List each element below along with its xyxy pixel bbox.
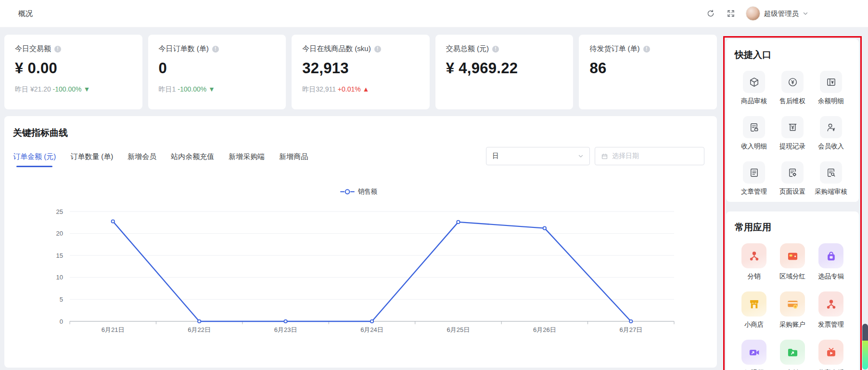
calendar-icon: [601, 153, 608, 160]
quick-entry-item[interactable]: 页面设置: [779, 161, 805, 196]
stat-yesterday: 昨日32,911 +0.01% ▲: [302, 85, 419, 94]
app-item[interactable]: 选品专辑: [818, 243, 844, 281]
svg-text:20: 20: [56, 230, 63, 237]
stat-value: ¥ 0.00: [15, 60, 132, 77]
metric-tabs: 订单金额 (元)订单数量 (单)新增会员站内余额充值新增采购端新增商品: [13, 152, 308, 167]
doc-search-icon: [820, 161, 842, 184]
svg-text:0: 0: [60, 318, 63, 325]
tab-新增会员[interactable]: 新增会员: [128, 152, 156, 167]
chevron-down-icon: [803, 11, 808, 16]
section-title-key-metrics: 关键指标曲线: [13, 127, 704, 139]
store-icon: [741, 291, 766, 317]
scrollbar-thumb-dark: [862, 324, 868, 341]
app-label: 选品专辑: [818, 272, 844, 281]
top-header: 概况 超级管理员: [0, 0, 868, 27]
section-title-common-apps: 常用应用: [735, 221, 850, 234]
app-label: 发票管理: [818, 320, 844, 329]
user-name: 超级管理员: [764, 9, 799, 18]
quick-entry-item[interactable]: 商品审核: [741, 71, 767, 106]
income-doc-lock-icon: [743, 116, 765, 138]
quick-entry-card: 快捷入口 商品审核售后维权余额明细收入明细提现记录会员收入文章管理页面设置采购端…: [726, 39, 859, 202]
stat-value: 32,913: [302, 60, 419, 77]
period-select[interactable]: 日: [486, 147, 590, 165]
info-icon[interactable]: !: [492, 46, 499, 53]
quick-entry-item[interactable]: 采购端审核: [815, 161, 847, 196]
app-label: 分销: [748, 272, 761, 281]
app-item[interactable]: 短视频: [741, 340, 766, 370]
quick-entry-label: 文章管理: [741, 187, 767, 196]
tab-新增采购端[interactable]: 新增采购端: [229, 152, 265, 167]
member-income-icon: [820, 116, 842, 138]
wallet-icon: [780, 243, 805, 268]
quick-entry-label: 收入明细: [741, 142, 767, 151]
date-picker[interactable]: 选择日期: [595, 147, 704, 165]
app-item[interactable]: 分销: [741, 243, 766, 281]
quick-entry-item[interactable]: 提现记录: [779, 116, 805, 151]
svg-text:5: 5: [60, 296, 63, 303]
quick-entry-label: 余额明细: [818, 97, 844, 106]
stat-change-up: +0.01% ▲: [338, 85, 370, 93]
refresh-icon[interactable]: [705, 8, 716, 19]
user-menu[interactable]: 超级管理员: [746, 6, 809, 21]
stat-change-down: -100.00% ▼: [53, 85, 90, 93]
stat-card: 今日订单数 (单)!0昨日1 -100.00% ▼: [148, 35, 286, 109]
fullscreen-icon[interactable]: [726, 8, 736, 19]
page-gear-icon: [781, 161, 804, 184]
quick-entry-item[interactable]: 余额明细: [818, 71, 844, 106]
app-label: 小商店: [744, 320, 764, 329]
tab-新增商品[interactable]: 新增商品: [279, 152, 308, 167]
stat-label: 今日订单数 (单): [159, 44, 209, 53]
scrollbar-thumb[interactable]: [862, 324, 868, 370]
info-icon[interactable]: !: [374, 46, 381, 53]
quick-entry-item[interactable]: 收入明细: [741, 116, 767, 151]
svg-text:6月22日: 6月22日: [188, 326, 211, 333]
info-icon[interactable]: !: [212, 46, 219, 53]
stat-yesterday-value: 昨日32,911: [302, 85, 336, 93]
tab-站内余额充值[interactable]: 站内余额充值: [171, 152, 214, 167]
video-icon: [741, 340, 766, 365]
quick-entry-item[interactable]: 售后维权: [779, 71, 805, 106]
app-item[interactable]: 共享直播: [818, 340, 844, 370]
folder-icon: [780, 340, 805, 365]
quick-entry-item[interactable]: 会员收入: [818, 116, 844, 151]
app-label: 区域分红: [779, 272, 805, 281]
withdraw-box-icon: [781, 116, 804, 138]
share-network-icon: [741, 243, 766, 268]
right-sidebar: 快捷入口 商品审核售后维权余额明细收入明细提现记录会员收入文章管理页面设置采购端…: [723, 32, 862, 370]
svg-text:6月24日: 6月24日: [360, 326, 383, 333]
key-metrics-card: 关键指标曲线 订单金额 (元)订单数量 (单)新增会员站内余额充值新增采购端新增…: [4, 116, 717, 368]
info-icon[interactable]: !: [54, 46, 61, 53]
stats-row: 今日交易额!¥ 0.00昨日 ¥21.20 -100.00% ▼今日订单数 (单…: [4, 35, 717, 109]
article-doc-icon: [743, 161, 765, 184]
share-network-icon: [818, 291, 843, 317]
stat-card: 待发货订单 (单)!86: [579, 35, 717, 109]
tab-active-订单金额元[interactable]: 订单金额 (元): [13, 152, 56, 167]
quick-entry-item[interactable]: 文章管理: [741, 161, 767, 196]
info-icon[interactable]: !: [643, 46, 650, 53]
tab-订单数量单[interactable]: 订单数量 (单): [70, 152, 113, 167]
stat-label: 今日在线商品数 (sku): [302, 44, 371, 53]
svg-text:6月25日: 6月25日: [447, 326, 470, 333]
stat-label: 交易总额 (元): [446, 44, 489, 53]
scrollbar-thumb-green: [862, 341, 868, 370]
quick-entry-label: 会员收入: [818, 142, 844, 151]
app-item[interactable]: 小商店: [741, 291, 766, 329]
quick-entry-label: 售后维权: [779, 97, 805, 106]
legend-item-sales[interactable]: 销售额: [340, 187, 378, 196]
app-item[interactable]: 素材: [780, 340, 805, 370]
stat-card: 今日在线商品数 (sku)!32,913昨日32,911 +0.01% ▲: [292, 35, 430, 109]
svg-text:10: 10: [56, 274, 63, 281]
bag-icon: [818, 243, 843, 268]
stat-yesterday-value: 昨日1: [159, 85, 176, 93]
stat-value: ¥ 4,969.22: [446, 60, 563, 77]
sales-line-chart: 05101520256月21日6月22日6月23日6月24日6月25日6月26日…: [13, 200, 704, 342]
app-item[interactable]: 采购账户: [779, 291, 805, 329]
live-tv-icon: [818, 340, 843, 365]
avatar: [746, 6, 760, 21]
stat-label: 待发货订单 (单): [589, 44, 639, 53]
app-item[interactable]: 区域分红: [779, 243, 805, 281]
legend-label: 销售额: [358, 187, 378, 196]
app-item[interactable]: 发票管理: [818, 291, 844, 329]
stat-label: 今日交易额: [15, 44, 51, 53]
period-select-value: 日: [492, 152, 499, 160]
